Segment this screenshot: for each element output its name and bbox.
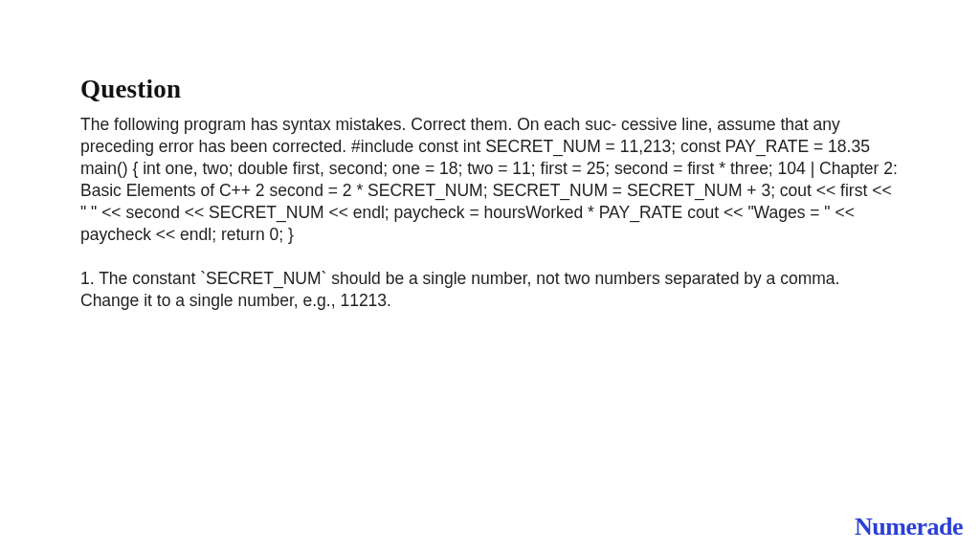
- brand-logo-text: Numerade: [855, 513, 963, 540]
- question-heading: Question: [80, 75, 900, 104]
- answer-text: 1. The constant `SECRET_NUM` should be a…: [80, 268, 900, 312]
- question-body: The following program has syntax mistake…: [80, 114, 900, 247]
- brand-logo: Numerade: [855, 513, 963, 541]
- content-area: Question The following program has synta…: [0, 0, 980, 312]
